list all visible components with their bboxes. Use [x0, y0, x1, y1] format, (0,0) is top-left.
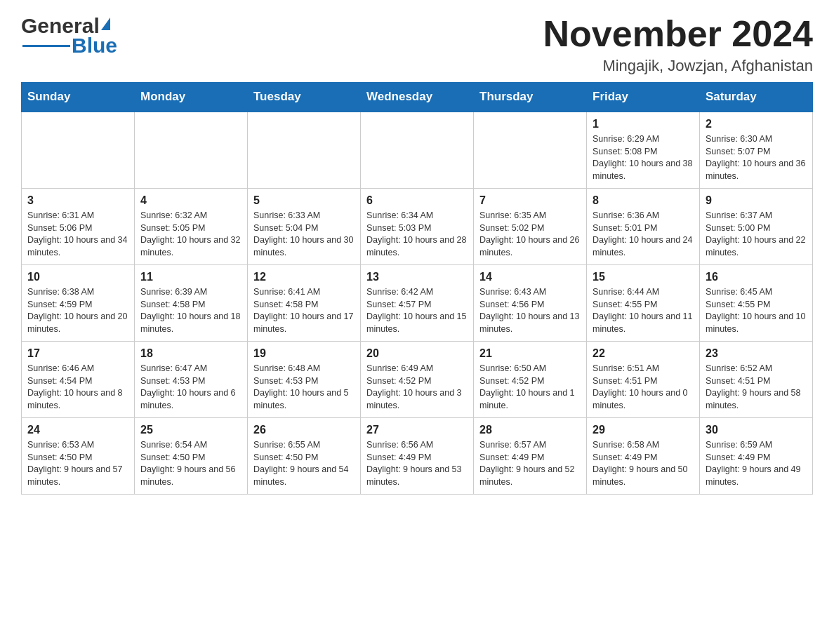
day-number: 16 — [706, 271, 807, 283]
day-number: 11 — [140, 271, 241, 283]
calendar-cell: 11Sunrise: 6:39 AMSunset: 4:58 PMDayligh… — [135, 265, 248, 342]
calendar-week-3: 10Sunrise: 6:38 AMSunset: 4:59 PMDayligh… — [22, 265, 813, 342]
day-info: Sunrise: 6:50 AMSunset: 4:52 PMDaylight:… — [479, 363, 581, 412]
calendar-header-monday: Monday — [135, 83, 248, 112]
calendar-cell: 8Sunrise: 6:36 AMSunset: 5:01 PMDaylight… — [587, 189, 700, 265]
day-info: Sunrise: 6:49 AMSunset: 4:52 PMDaylight:… — [366, 363, 468, 412]
logo-blue-text: Blue — [72, 35, 117, 56]
calendar-cell — [135, 112, 248, 189]
calendar-table: SundayMondayTuesdayWednesdayThursdayFrid… — [21, 82, 813, 495]
calendar-cell: 25Sunrise: 6:54 AMSunset: 4:50 PMDayligh… — [135, 418, 248, 495]
day-number: 10 — [27, 271, 128, 283]
title-block: November 2024 Mingajik, Jowzjan, Afghani… — [543, 14, 813, 75]
logo: General Blue — [21, 14, 117, 56]
day-number: 20 — [366, 347, 468, 360]
calendar-cell — [474, 112, 587, 189]
calendar-cell: 28Sunrise: 6:57 AMSunset: 4:49 PMDayligh… — [474, 418, 587, 495]
calendar-cell: 26Sunrise: 6:55 AMSunset: 4:50 PMDayligh… — [248, 418, 361, 495]
day-number: 12 — [253, 271, 355, 283]
day-info: Sunrise: 6:48 AMSunset: 4:53 PMDaylight:… — [253, 363, 355, 412]
calendar-cell: 27Sunrise: 6:56 AMSunset: 4:49 PMDayligh… — [361, 418, 474, 495]
day-info: Sunrise: 6:56 AMSunset: 4:49 PMDaylight:… — [366, 439, 468, 488]
day-info: Sunrise: 6:36 AMSunset: 5:01 PMDaylight:… — [593, 210, 694, 259]
day-number: 24 — [27, 424, 128, 436]
day-number: 4 — [140, 194, 241, 207]
day-number: 15 — [593, 271, 694, 283]
calendar-header-row: SundayMondayTuesdayWednesdayThursdayFrid… — [22, 83, 813, 112]
calendar-cell: 14Sunrise: 6:43 AMSunset: 4:56 PMDayligh… — [474, 265, 587, 342]
day-info: Sunrise: 6:33 AMSunset: 5:04 PMDaylight:… — [253, 210, 355, 259]
calendar-cell: 1Sunrise: 6:29 AMSunset: 5:08 PMDaylight… — [587, 112, 700, 189]
day-number: 3 — [27, 194, 128, 207]
calendar-cell: 3Sunrise: 6:31 AMSunset: 5:06 PMDaylight… — [22, 189, 135, 265]
calendar-week-2: 3Sunrise: 6:31 AMSunset: 5:06 PMDaylight… — [22, 189, 813, 265]
calendar-cell: 30Sunrise: 6:59 AMSunset: 4:49 PMDayligh… — [700, 418, 813, 495]
calendar-header-saturday: Saturday — [700, 83, 813, 112]
calendar-cell — [361, 112, 474, 189]
calendar-cell: 9Sunrise: 6:37 AMSunset: 5:00 PMDaylight… — [700, 189, 813, 265]
day-info: Sunrise: 6:58 AMSunset: 4:49 PMDaylight:… — [593, 439, 694, 488]
calendar-cell: 17Sunrise: 6:46 AMSunset: 4:54 PMDayligh… — [22, 342, 135, 418]
day-info: Sunrise: 6:39 AMSunset: 4:58 PMDaylight:… — [140, 286, 241, 335]
calendar-cell: 6Sunrise: 6:34 AMSunset: 5:03 PMDaylight… — [361, 189, 474, 265]
day-number: 6 — [366, 194, 468, 207]
day-info: Sunrise: 6:29 AMSunset: 5:08 PMDaylight:… — [593, 133, 694, 182]
day-info: Sunrise: 6:54 AMSunset: 4:50 PMDaylight:… — [140, 439, 241, 488]
calendar-cell: 22Sunrise: 6:51 AMSunset: 4:51 PMDayligh… — [587, 342, 700, 418]
day-info: Sunrise: 6:37 AMSunset: 5:00 PMDaylight:… — [706, 210, 807, 259]
calendar-cell: 24Sunrise: 6:53 AMSunset: 4:50 PMDayligh… — [22, 418, 135, 495]
day-info: Sunrise: 6:42 AMSunset: 4:57 PMDaylight:… — [366, 286, 468, 335]
logo-triangle-icon — [101, 18, 110, 30]
day-number: 1 — [593, 118, 694, 130]
day-info: Sunrise: 6:51 AMSunset: 4:51 PMDaylight:… — [593, 363, 694, 412]
day-number: 2 — [706, 118, 807, 130]
day-info: Sunrise: 6:31 AMSunset: 5:06 PMDaylight:… — [27, 210, 128, 259]
calendar-header-friday: Friday — [587, 83, 700, 112]
day-number: 14 — [479, 271, 581, 283]
calendar-week-4: 17Sunrise: 6:46 AMSunset: 4:54 PMDayligh… — [22, 342, 813, 418]
day-number: 28 — [479, 424, 581, 436]
day-number: 7 — [479, 194, 581, 207]
calendar-cell — [22, 112, 135, 189]
calendar-cell: 4Sunrise: 6:32 AMSunset: 5:05 PMDaylight… — [135, 189, 248, 265]
day-number: 13 — [366, 271, 468, 283]
calendar-cell: 23Sunrise: 6:52 AMSunset: 4:51 PMDayligh… — [700, 342, 813, 418]
calendar-header-thursday: Thursday — [474, 83, 587, 112]
day-number: 23 — [706, 347, 807, 360]
calendar-cell: 13Sunrise: 6:42 AMSunset: 4:57 PMDayligh… — [361, 265, 474, 342]
day-info: Sunrise: 6:46 AMSunset: 4:54 PMDaylight:… — [27, 363, 128, 412]
day-info: Sunrise: 6:35 AMSunset: 5:02 PMDaylight:… — [479, 210, 581, 259]
day-number: 21 — [479, 347, 581, 360]
day-info: Sunrise: 6:55 AMSunset: 4:50 PMDaylight:… — [253, 439, 355, 488]
day-number: 22 — [593, 347, 694, 360]
day-number: 8 — [593, 194, 694, 207]
logo-underline — [22, 45, 70, 47]
day-info: Sunrise: 6:44 AMSunset: 4:55 PMDaylight:… — [593, 286, 694, 335]
calendar-cell: 21Sunrise: 6:50 AMSunset: 4:52 PMDayligh… — [474, 342, 587, 418]
calendar-header-tuesday: Tuesday — [248, 83, 361, 112]
day-number: 30 — [706, 424, 807, 436]
day-info: Sunrise: 6:57 AMSunset: 4:49 PMDaylight:… — [479, 439, 581, 488]
calendar-cell: 5Sunrise: 6:33 AMSunset: 5:04 PMDaylight… — [248, 189, 361, 265]
calendar-cell: 20Sunrise: 6:49 AMSunset: 4:52 PMDayligh… — [361, 342, 474, 418]
day-info: Sunrise: 6:41 AMSunset: 4:58 PMDaylight:… — [253, 286, 355, 335]
day-number: 17 — [27, 347, 128, 360]
day-info: Sunrise: 6:43 AMSunset: 4:56 PMDaylight:… — [479, 286, 581, 335]
main-title: November 2024 — [543, 14, 813, 54]
day-info: Sunrise: 6:38 AMSunset: 4:59 PMDaylight:… — [27, 286, 128, 335]
calendar-cell: 29Sunrise: 6:58 AMSunset: 4:49 PMDayligh… — [587, 418, 700, 495]
day-number: 9 — [706, 194, 807, 207]
day-number: 27 — [366, 424, 468, 436]
day-number: 5 — [253, 194, 355, 207]
calendar-cell: 18Sunrise: 6:47 AMSunset: 4:53 PMDayligh… — [135, 342, 248, 418]
calendar-header-sunday: Sunday — [22, 83, 135, 112]
calendar-week-5: 24Sunrise: 6:53 AMSunset: 4:50 PMDayligh… — [22, 418, 813, 495]
day-number: 19 — [253, 347, 355, 360]
calendar-header-wednesday: Wednesday — [361, 83, 474, 112]
day-info: Sunrise: 6:45 AMSunset: 4:55 PMDaylight:… — [706, 286, 807, 335]
day-number: 26 — [253, 424, 355, 436]
subtitle: Mingajik, Jowzjan, Afghanistan — [543, 57, 813, 75]
day-info: Sunrise: 6:52 AMSunset: 4:51 PMDaylight:… — [706, 363, 807, 412]
calendar-week-1: 1Sunrise: 6:29 AMSunset: 5:08 PMDaylight… — [22, 112, 813, 189]
calendar-cell: 16Sunrise: 6:45 AMSunset: 4:55 PMDayligh… — [700, 265, 813, 342]
